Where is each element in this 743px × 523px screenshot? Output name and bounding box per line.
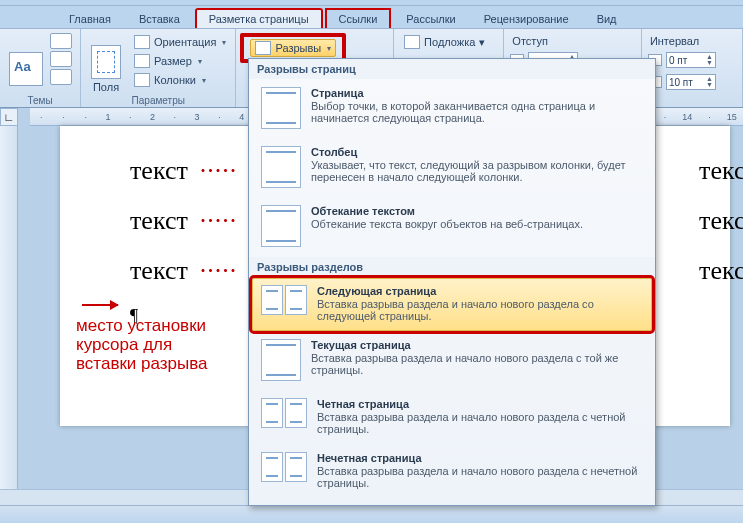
theme-fonts-button[interactable] bbox=[50, 51, 72, 67]
margins-label: Поля bbox=[93, 81, 119, 93]
breaks-button[interactable]: Разрывы ▾ bbox=[250, 39, 336, 57]
tab-references[interactable]: Ссылки bbox=[325, 8, 392, 28]
watermark-icon bbox=[404, 35, 420, 49]
columns-label: Колонки bbox=[154, 74, 196, 86]
menu-item-text-wrapping[interactable]: Обтекание текстом Обтекание текста вокру… bbox=[252, 198, 652, 256]
spacing-after-value: 10 пт bbox=[669, 77, 693, 88]
page-size-button[interactable]: Размер ▾ bbox=[129, 52, 231, 70]
columns-button[interactable]: Колонки ▾ bbox=[129, 71, 231, 89]
tab-mailings[interactable]: Рассылки bbox=[393, 9, 468, 28]
even-page-icon bbox=[261, 398, 307, 435]
menu-item-odd-page[interactable]: Нечетная страница Вставка разрыва раздел… bbox=[252, 445, 652, 498]
chevron-down-icon: ▾ bbox=[479, 36, 485, 49]
chevron-down-icon: ▾ bbox=[202, 76, 206, 85]
page-break-icon bbox=[261, 87, 301, 129]
theme-effects-button[interactable] bbox=[50, 69, 72, 85]
theme-colors-button[interactable] bbox=[50, 33, 72, 49]
tab-selector[interactable]: ∟ bbox=[0, 108, 18, 126]
spacing-before-value: 0 пт bbox=[669, 55, 687, 66]
breaks-icon bbox=[255, 41, 271, 55]
text-wrapping-icon bbox=[261, 205, 301, 247]
orientation-label: Ориентация bbox=[154, 36, 216, 48]
tab-view[interactable]: Вид bbox=[584, 9, 630, 28]
vertical-ruler[interactable] bbox=[0, 126, 18, 523]
continuous-icon bbox=[261, 339, 301, 381]
tab-home[interactable]: Главная bbox=[56, 9, 124, 28]
doc-word: текст bbox=[130, 256, 188, 286]
page-size-icon bbox=[134, 54, 150, 68]
orientation-icon bbox=[134, 35, 150, 49]
group-label-page-setup: Параметры bbox=[81, 95, 235, 106]
ribbon-tabs: Главная Вставка Разметка страницы Ссылки… bbox=[0, 6, 743, 28]
margins-icon bbox=[91, 45, 121, 79]
tab-review[interactable]: Рецензирование bbox=[471, 9, 582, 28]
menu-header-sections: Разрывы разделов bbox=[249, 257, 655, 277]
doc-word: текст bbox=[130, 206, 188, 236]
chevron-down-icon: ▾ bbox=[222, 38, 226, 47]
menu-item-column-break[interactable]: Столбец Указывает, что текст, следующий … bbox=[252, 139, 652, 197]
annotation-arrow bbox=[82, 304, 118, 306]
doc-word: текст bbox=[130, 156, 188, 186]
column-break-icon bbox=[261, 146, 301, 188]
themes-icon bbox=[9, 52, 43, 86]
next-page-icon bbox=[261, 285, 307, 322]
orientation-button[interactable]: Ориентация ▾ bbox=[129, 33, 231, 51]
spacing-before-field[interactable]: 0 пт▲▼ bbox=[646, 51, 738, 69]
doc-word: текст bbox=[699, 156, 743, 186]
watermark-button[interactable]: Подложка ▾ bbox=[398, 33, 491, 51]
tab-page-layout[interactable]: Разметка страницы bbox=[195, 8, 323, 28]
group-page-setup: Поля Ориентация ▾ Размер ▾ Колонки ▾ bbox=[81, 29, 236, 107]
breaks-label: Разрывы bbox=[275, 42, 321, 54]
columns-icon bbox=[134, 73, 150, 87]
spacing-after-field[interactable]: 10 пт▲▼ bbox=[646, 73, 738, 91]
annotation-text: место установки курсора для вставки разр… bbox=[76, 316, 208, 373]
page-size-label: Размер bbox=[154, 55, 192, 67]
doc-word: текст bbox=[699, 206, 743, 236]
spacing-header: Интервал bbox=[646, 35, 738, 47]
odd-page-icon bbox=[261, 452, 307, 489]
menu-item-continuous[interactable]: Текущая страница Вставка разрыва раздела… bbox=[252, 332, 652, 390]
group-label-themes: Темы bbox=[0, 95, 80, 106]
breaks-menu: Разрывы страниц Страница Выбор точки, в … bbox=[248, 58, 656, 506]
menu-item-even-page[interactable]: Четная страница Вставка разрыва раздела … bbox=[252, 391, 652, 444]
menu-header-pages: Разрывы страниц bbox=[249, 59, 655, 79]
chevron-down-icon: ▾ bbox=[198, 57, 202, 66]
group-themes: Темы bbox=[0, 29, 81, 107]
indent-header: Отступ bbox=[508, 35, 637, 47]
menu-item-page-break[interactable]: Страница Выбор точки, в которой заканчив… bbox=[252, 80, 652, 138]
menu-item-next-page[interactable]: Следующая страница Вставка разрыва разде… bbox=[252, 278, 652, 331]
chevron-down-icon: ▾ bbox=[327, 44, 331, 53]
tab-insert[interactable]: Вставка bbox=[126, 9, 193, 28]
watermark-label: Подложка bbox=[424, 36, 475, 48]
doc-word: текст bbox=[699, 256, 743, 286]
status-bar bbox=[0, 505, 743, 523]
group-spacing: Интервал 0 пт▲▼ 10 пт▲▼ Абзац bbox=[642, 29, 743, 107]
